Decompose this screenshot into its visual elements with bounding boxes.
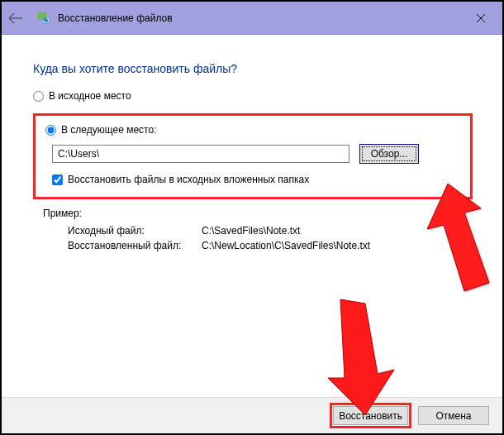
content-area: Куда вы хотите восстановить файлы? В исх…	[2, 35, 502, 254]
example-row-dst: Восстановленный файл: C:\NewLocation\C\S…	[68, 239, 370, 252]
browse-button[interactable]: Обзор...	[359, 144, 419, 164]
example-dst-label: Восстановленный файл:	[68, 239, 200, 252]
radio-original-location[interactable]: В исходное место	[33, 90, 473, 102]
example-dst-value: C:\NewLocation\C\SavedFiles\Note.txt	[202, 239, 370, 252]
radio-custom-location[interactable]: В следующее место:	[45, 124, 460, 136]
footer-bar: Восстановить Отмена	[2, 397, 502, 433]
restore-subfolders-input[interactable]	[52, 174, 63, 185]
path-row: Обзор...	[52, 144, 460, 164]
custom-location-group: В следующее место: Обзор... Восстановить…	[33, 113, 473, 199]
restore-subfolders-checkbox[interactable]: Восстановить файлы в исходных вложенных …	[52, 174, 460, 185]
window-title: Восстановление файлов	[58, 12, 173, 24]
restore-button[interactable]: Восстановить	[333, 406, 408, 425]
path-input[interactable]	[52, 145, 349, 163]
example-header: Пример:	[43, 208, 473, 219]
restore-subfolders-label: Восстановить файлы в исходных вложенных …	[68, 174, 309, 185]
example-src-value: C:\SavedFiles\Note.txt	[202, 224, 370, 237]
radio-original-label: В исходное место	[49, 90, 131, 102]
cancel-button[interactable]: Отмена	[418, 406, 489, 425]
radio-original-input[interactable]	[33, 91, 44, 102]
back-icon[interactable]	[8, 11, 23, 26]
titlebar: Восстановление файлов	[2, 2, 502, 35]
app-icon	[36, 12, 50, 25]
radio-custom-input[interactable]	[45, 125, 56, 136]
page-title: Куда вы хотите восстановить файлы?	[33, 62, 473, 75]
restore-button-highlight: Восстановить	[330, 403, 411, 428]
close-icon[interactable]	[466, 7, 496, 30]
example-block: Пример: Исходный файл: C:\SavedFiles\Not…	[43, 208, 473, 254]
example-src-label: Исходный файл:	[68, 224, 200, 237]
example-table: Исходный файл: C:\SavedFiles\Note.txt Во…	[66, 222, 372, 254]
radio-custom-label: В следующее место:	[61, 124, 156, 136]
example-row-src: Исходный файл: C:\SavedFiles\Note.txt	[68, 224, 370, 237]
